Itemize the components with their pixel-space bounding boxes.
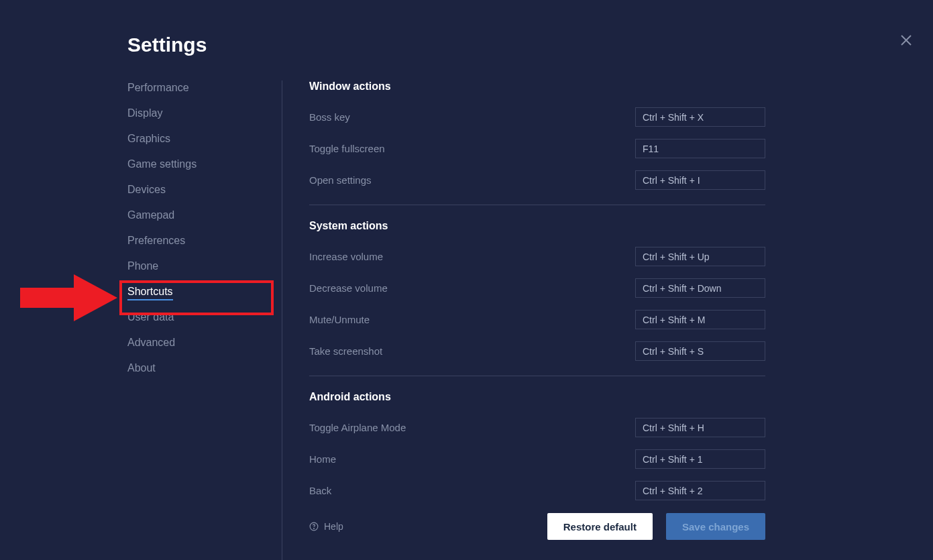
section-title: System actions xyxy=(309,220,765,232)
settings-main: Window actionsBoss keyCtrl + Shift + XTo… xyxy=(282,80,933,560)
shortcut-key-input[interactable]: Ctrl + Shift + M xyxy=(635,310,765,329)
shortcut-label: Take screenshot xyxy=(309,345,382,357)
sidebar-item-game-settings[interactable]: Game settings xyxy=(127,157,282,172)
shortcut-key-input[interactable]: Ctrl + Shift + 1 xyxy=(635,449,765,469)
page-title: Settings xyxy=(127,34,933,56)
sidebar-item-display[interactable]: Display xyxy=(127,106,282,121)
shortcut-key-input[interactable]: Ctrl + Shift + Up xyxy=(635,247,765,266)
shortcut-row: Open settingsCtrl + Shift + I xyxy=(309,170,765,190)
shortcut-row: Decrease volumeCtrl + Shift + Down xyxy=(309,278,765,298)
sidebar-item-user-data[interactable]: User data xyxy=(127,310,282,325)
sidebar-item-label: About xyxy=(127,362,156,374)
settings-sidebar: PerformanceDisplayGraphicsGame settingsD… xyxy=(127,80,282,560)
sidebar-item-phone[interactable]: Phone xyxy=(127,259,282,274)
sidebar-item-label: Graphics xyxy=(127,133,170,144)
help-icon xyxy=(309,522,319,531)
section-android-actions: Android actionsToggle Airplane ModeCtrl … xyxy=(309,391,765,515)
shortcut-label: Toggle Airplane Mode xyxy=(309,422,406,433)
shortcut-label: Increase volume xyxy=(309,251,383,262)
sidebar-item-gamepad[interactable]: Gamepad xyxy=(127,208,282,223)
sidebar-item-label: Gamepad xyxy=(127,209,174,221)
sidebar-item-label: Game settings xyxy=(127,158,197,170)
sidebar-item-devices[interactable]: Devices xyxy=(127,182,282,197)
shortcut-key-input[interactable]: Ctrl + Shift + Down xyxy=(635,278,765,298)
save-changes-button[interactable]: Save changes xyxy=(666,513,765,540)
section-window-actions: Window actionsBoss keyCtrl + Shift + XTo… xyxy=(309,80,765,205)
shortcut-row: Take screenshotCtrl + Shift + S xyxy=(309,341,765,361)
shortcut-row: BackCtrl + Shift + 2 xyxy=(309,481,765,500)
sidebar-item-label: Performance xyxy=(127,82,189,93)
section-title: Android actions xyxy=(309,391,765,403)
sidebar-item-label: Shortcuts xyxy=(127,286,173,300)
shortcut-label: Decrease volume xyxy=(309,282,388,294)
help-link[interactable]: Help xyxy=(309,521,343,532)
shortcut-row: Toggle fullscreenF11 xyxy=(309,139,765,158)
section-title: Window actions xyxy=(309,80,765,93)
sidebar-item-performance[interactable]: Performance xyxy=(127,80,282,95)
sidebar-item-preferences[interactable]: Preferences xyxy=(127,233,282,248)
shortcut-key-input[interactable]: Ctrl + Shift + X xyxy=(635,107,765,127)
shortcut-label: Open settings xyxy=(309,174,372,186)
footer: Help Restore default Save changes xyxy=(309,513,765,540)
section-system-actions: System actionsIncrease volumeCtrl + Shif… xyxy=(309,220,765,376)
shortcut-label: Toggle fullscreen xyxy=(309,143,385,154)
shortcut-key-input[interactable]: Ctrl + Shift + 2 xyxy=(635,481,765,500)
shortcut-label: Boss key xyxy=(309,111,350,123)
sidebar-item-label: Preferences xyxy=(127,235,185,246)
sidebar-item-label: Display xyxy=(127,107,162,119)
close-icon xyxy=(898,32,914,48)
shortcut-row: Mute/UnmuteCtrl + Shift + M xyxy=(309,310,765,329)
shortcut-key-input[interactable]: Ctrl + Shift + H xyxy=(635,418,765,437)
shortcut-key-input[interactable]: F11 xyxy=(635,139,765,158)
shortcut-row: Increase volumeCtrl + Shift + Up xyxy=(309,247,765,266)
shortcut-key-input[interactable]: Ctrl + Shift + I xyxy=(635,170,765,190)
sidebar-item-shortcuts[interactable]: Shortcuts xyxy=(127,284,282,299)
sidebar-item-label: Advanced xyxy=(127,337,175,348)
shortcut-key-input[interactable]: Ctrl + Shift + S xyxy=(635,341,765,361)
sidebar-item-graphics[interactable]: Graphics xyxy=(127,131,282,146)
close-button[interactable] xyxy=(898,32,914,48)
sidebar-item-label: Devices xyxy=(127,184,166,195)
sidebar-item-label: User data xyxy=(127,311,174,323)
help-label: Help xyxy=(324,521,343,532)
sidebar-item-advanced[interactable]: Advanced xyxy=(127,335,282,350)
shortcut-label: Home xyxy=(309,453,336,465)
restore-default-button[interactable]: Restore default xyxy=(547,513,653,540)
sidebar-item-about[interactable]: About xyxy=(127,361,282,376)
shortcut-label: Mute/Unmute xyxy=(309,314,370,325)
shortcut-row: HomeCtrl + Shift + 1 xyxy=(309,449,765,469)
shortcut-row: Boss keyCtrl + Shift + X xyxy=(309,107,765,127)
shortcut-row: Toggle Airplane ModeCtrl + Shift + H xyxy=(309,418,765,437)
sidebar-item-label: Phone xyxy=(127,260,158,272)
svg-point-3 xyxy=(314,528,315,529)
shortcut-label: Back xyxy=(309,485,331,496)
